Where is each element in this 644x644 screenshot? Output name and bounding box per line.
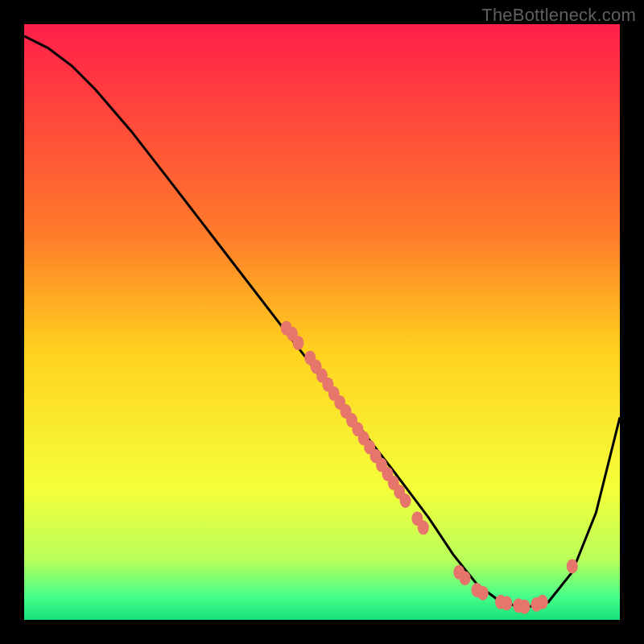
curve-marker [567,559,578,573]
watermark-label: TheBottleneck.com [481,5,636,26]
curve-marker [519,600,530,614]
curve-marker [418,520,429,535]
curve-marker [400,493,411,508]
bottleneck-plot [24,24,620,620]
chart-frame: TheBottleneck.com [0,0,644,644]
curve-marker [460,571,471,585]
curve-marker [477,586,489,601]
plot-svg [24,24,620,620]
gradient-background [24,24,620,620]
curve-marker [537,595,548,609]
curve-marker [501,596,512,610]
curve-marker [292,336,303,350]
